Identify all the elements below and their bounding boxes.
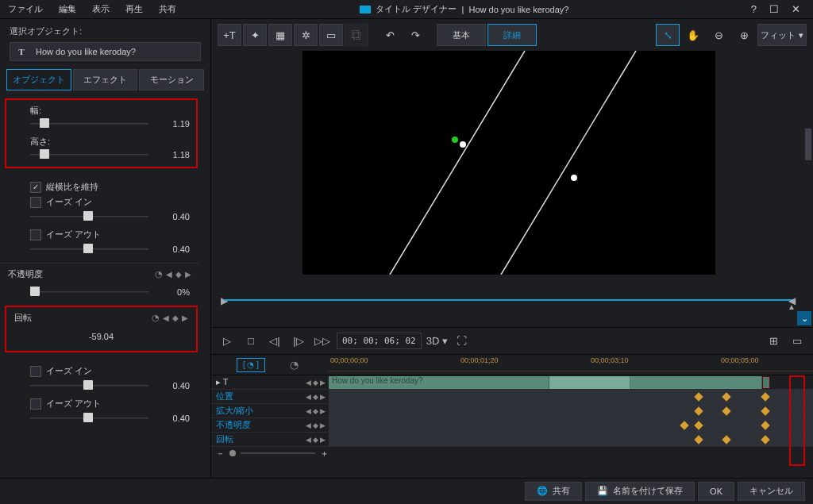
safe-area-button[interactable]: ▭	[788, 332, 807, 351]
tab-object[interactable]: オブジェクト	[6, 69, 71, 90]
svg-point-2	[460, 141, 466, 148]
easein-slider[interactable]	[30, 211, 148, 222]
next-keyframe[interactable]: ▶	[185, 270, 191, 279]
prev-keyframe[interactable]: ◀	[163, 314, 169, 322]
next-frame-button[interactable]: |▷	[289, 332, 308, 351]
height-label: 高さ:	[30, 136, 190, 148]
zoom-out-button[interactable]: ⊖	[707, 24, 730, 46]
easeout-checkbox[interactable]: イーズ アウト	[30, 229, 190, 240]
width-value[interactable]: 1.19	[155, 119, 190, 129]
rotation-value[interactable]: -59.04	[6, 332, 196, 341]
rotation-label: 回転	[14, 312, 32, 324]
easeout2-slider[interactable]	[30, 413, 148, 424]
opacity-header: 不透明度 ◔ ◀ ◆ ▶	[0, 263, 199, 285]
timeline-position-row[interactable]: 位置 ◀◆▶	[211, 390, 329, 404]
timecode-display[interactable]: 00; 00; 06; 02	[337, 333, 422, 349]
prev-frame-button[interactable]: ◁|	[265, 332, 284, 351]
track-opacity[interactable]	[329, 418, 813, 433]
ok-button[interactable]: OK	[698, 482, 734, 501]
easein2-slider[interactable]	[30, 380, 148, 391]
close-button[interactable]: ✕	[785, 2, 807, 17]
checkbox-icon	[30, 366, 41, 377]
timeline-rotation-row[interactable]: 回転 ◀◆▶	[211, 433, 329, 447]
menu-share[interactable]: 共有	[151, 0, 184, 18]
timeline-zoom[interactable]: －＋	[211, 447, 329, 460]
svg-point-4	[571, 175, 577, 181]
menu-file[interactable]: ファイル	[0, 0, 51, 18]
globe-icon: 🌐	[537, 486, 548, 496]
track-scale[interactable]	[329, 404, 813, 418]
add-backdrop-button[interactable]: ▭	[319, 24, 343, 46]
fullscreen-button[interactable]: ⛶	[453, 332, 472, 351]
checkbox-icon	[30, 229, 41, 240]
size-section: 幅: 1.19 高さ: 1.18	[5, 98, 198, 168]
add-image-button[interactable]: ▦	[268, 24, 292, 46]
timeline-mode-keyframe[interactable]: [ ◔ ]	[237, 358, 265, 372]
play-button[interactable]: ▷	[218, 332, 237, 351]
add-text-button[interactable]: +T	[218, 24, 241, 46]
pan-tool[interactable]: ✋	[681, 24, 705, 46]
redo-button[interactable]: ↷	[403, 24, 427, 46]
easeout-value: 0.40	[155, 244, 190, 254]
preview-scrollbar[interactable]	[803, 51, 813, 311]
keep-ratio-checkbox[interactable]: 縦横比を維持	[30, 181, 190, 193]
fit-dropdown[interactable]: フィット ▾	[757, 24, 807, 46]
add-keyframe[interactable]: ◆	[175, 270, 182, 279]
selected-object-field[interactable]: T How do you like keroday?	[10, 42, 201, 61]
tab-motion[interactable]: モーション	[139, 69, 204, 90]
add-shape-button[interactable]: ✲	[294, 24, 318, 46]
timeline-scale-row[interactable]: 拡大/縮小 ◀◆▶	[211, 404, 329, 418]
3d-toggle[interactable]: 3D ▾	[426, 332, 448, 351]
prev-keyframe[interactable]: ◀	[166, 270, 172, 279]
menu-edit[interactable]: 編集	[51, 0, 84, 18]
stop-button[interactable]: □	[241, 332, 260, 351]
group-button[interactable]: ⿻	[345, 24, 368, 46]
checkbox-icon	[30, 197, 41, 208]
selected-object-name: How do you like keroday?	[33, 47, 200, 56]
preview-canvas[interactable]	[302, 51, 715, 275]
cancel-button[interactable]: キャンセル	[738, 482, 805, 501]
text-object-icon: T	[10, 47, 33, 56]
height-slider[interactable]	[30, 149, 148, 160]
easein-checkbox[interactable]: イーズ イン	[30, 196, 190, 208]
easeout-slider[interactable]	[30, 244, 148, 255]
save-as-button[interactable]: 💾名前を付けて保存	[585, 482, 695, 501]
opacity-slider[interactable]	[30, 287, 148, 298]
easeout2-checkbox[interactable]: イーズ アウト	[30, 398, 190, 410]
timeline-opacity-row[interactable]: 不透明度 ◀◆▶	[211, 418, 329, 433]
add-particle-button[interactable]: ✦	[243, 24, 267, 46]
menu-play[interactable]: 再生	[118, 0, 151, 18]
next-keyframe[interactable]: ▶	[182, 314, 188, 322]
tab-effect[interactable]: エフェクト	[73, 69, 138, 90]
advanced-mode-button[interactable]: 詳細	[487, 24, 537, 46]
easein2-checkbox[interactable]: イーズ イン	[30, 365, 190, 377]
collapse-button[interactable]: ⌄	[797, 311, 811, 325]
timeline-mode-clock[interactable]: ◔	[284, 356, 303, 375]
undo-button[interactable]: ↶	[378, 24, 402, 46]
add-keyframe[interactable]: ◆	[172, 314, 179, 322]
selected-object-heading: 選択オブジェクト:	[10, 25, 201, 37]
help-button[interactable]: ?	[745, 2, 763, 17]
width-label: 幅:	[30, 105, 190, 117]
select-tool[interactable]: ⤡	[656, 24, 680, 46]
share-button[interactable]: 🌐共有	[525, 482, 582, 501]
timeline-text-row[interactable]: ▸ T ◀◆▶	[211, 375, 329, 390]
timeline-clip-track[interactable]: How do you like keroday?	[329, 375, 813, 390]
grid-button[interactable]: ⊞	[764, 332, 783, 351]
width-slider[interactable]	[30, 118, 148, 129]
fast-forward-button[interactable]: ▷▷	[313, 332, 332, 351]
maximize-button[interactable]: ☐	[763, 2, 785, 17]
stopwatch-icon[interactable]: ◔	[155, 269, 163, 279]
track-rotation[interactable]	[329, 433, 813, 447]
stopwatch-icon[interactable]: ◔	[152, 313, 160, 323]
menu-view[interactable]: 表示	[84, 0, 118, 18]
opacity-value[interactable]: 0%	[155, 287, 190, 297]
svg-line-1	[501, 51, 636, 275]
svg-line-0	[390, 51, 525, 275]
basic-mode-button[interactable]: 基本	[437, 24, 486, 46]
track-position[interactable]	[329, 390, 813, 404]
preview-seekbar[interactable]: ▶◀▲	[224, 294, 792, 306]
timeline-ruler[interactable]: 00;00;00;00 00;00;01;20 00;00;03;10 00;0…	[329, 355, 813, 375]
zoom-in-button[interactable]: ⊕	[732, 24, 756, 46]
height-value[interactable]: 1.18	[155, 150, 190, 160]
